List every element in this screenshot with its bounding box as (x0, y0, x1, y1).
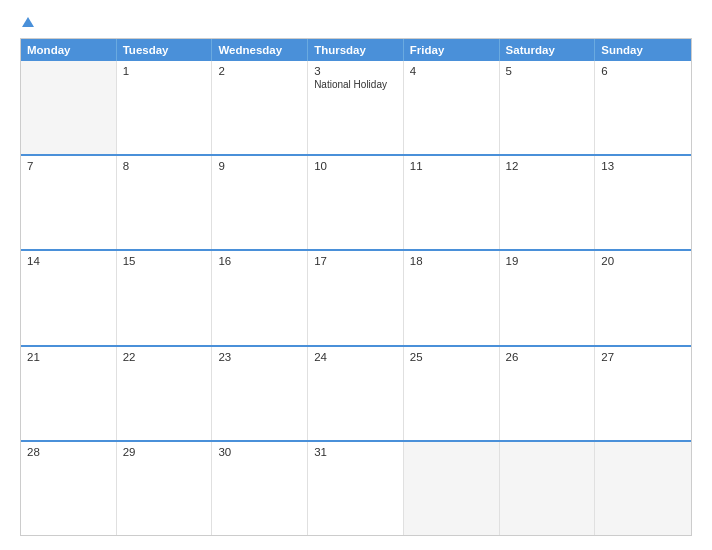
header-wednesday: Wednesday (212, 39, 308, 61)
cal-cell-w3-d7: 20 (595, 251, 691, 344)
cal-cell-w1-d2: 1 (117, 61, 213, 154)
cal-cell-w5-d1: 28 (21, 442, 117, 535)
cal-cell-w1-d7: 6 (595, 61, 691, 154)
day-number: 20 (601, 255, 685, 267)
day-number: 25 (410, 351, 493, 363)
day-number: 28 (27, 446, 110, 458)
cal-cell-w3-d6: 19 (500, 251, 596, 344)
day-number: 8 (123, 160, 206, 172)
cal-cell-w1-d5: 4 (404, 61, 500, 154)
header-tuesday: Tuesday (117, 39, 213, 61)
cal-cell-w3-d5: 18 (404, 251, 500, 344)
event-label: National Holiday (314, 79, 397, 90)
cal-cell-w5-d7 (595, 442, 691, 535)
logo (20, 18, 34, 28)
cal-cell-w3-d1: 14 (21, 251, 117, 344)
day-number: 26 (506, 351, 589, 363)
cal-cell-w2-d4: 10 (308, 156, 404, 249)
cal-cell-w4-d3: 23 (212, 347, 308, 440)
day-number: 10 (314, 160, 397, 172)
day-number: 19 (506, 255, 589, 267)
cal-cell-w2-d2: 8 (117, 156, 213, 249)
week-row-2: 78910111213 (21, 154, 691, 249)
cal-cell-w2-d6: 12 (500, 156, 596, 249)
cal-cell-w4-d5: 25 (404, 347, 500, 440)
cal-cell-w1-d4: 3National Holiday (308, 61, 404, 154)
header-sunday: Sunday (595, 39, 691, 61)
day-number: 3 (314, 65, 397, 77)
day-number: 2 (218, 65, 301, 77)
cal-cell-w4-d6: 26 (500, 347, 596, 440)
cal-cell-w4-d7: 27 (595, 347, 691, 440)
cal-cell-w5-d2: 29 (117, 442, 213, 535)
day-number: 7 (27, 160, 110, 172)
cal-cell-w3-d4: 17 (308, 251, 404, 344)
day-number: 11 (410, 160, 493, 172)
day-number: 18 (410, 255, 493, 267)
day-number: 12 (506, 160, 589, 172)
header-saturday: Saturday (500, 39, 596, 61)
cal-cell-w2-d5: 11 (404, 156, 500, 249)
cal-cell-w5-d4: 31 (308, 442, 404, 535)
day-number: 4 (410, 65, 493, 77)
day-number: 27 (601, 351, 685, 363)
cal-cell-w4-d1: 21 (21, 347, 117, 440)
week-row-4: 21222324252627 (21, 345, 691, 440)
cal-cell-w3-d3: 16 (212, 251, 308, 344)
week-row-1: 123National Holiday456 (21, 61, 691, 154)
cal-cell-w4-d4: 24 (308, 347, 404, 440)
header-monday: Monday (21, 39, 117, 61)
calendar-body: 123National Holiday456789101112131415161… (21, 61, 691, 535)
day-number: 9 (218, 160, 301, 172)
day-number: 17 (314, 255, 397, 267)
header-thursday: Thursday (308, 39, 404, 61)
day-number: 29 (123, 446, 206, 458)
calendar-header: Monday Tuesday Wednesday Thursday Friday… (21, 39, 691, 61)
day-number: 13 (601, 160, 685, 172)
calendar: Monday Tuesday Wednesday Thursday Friday… (20, 38, 692, 536)
header-friday: Friday (404, 39, 500, 61)
cal-cell-w1-d3: 2 (212, 61, 308, 154)
page: Monday Tuesday Wednesday Thursday Friday… (0, 0, 712, 550)
cal-cell-w2-d3: 9 (212, 156, 308, 249)
day-number: 21 (27, 351, 110, 363)
day-number: 22 (123, 351, 206, 363)
day-number: 15 (123, 255, 206, 267)
day-number: 30 (218, 446, 301, 458)
logo-triangle-icon (22, 17, 34, 27)
day-number: 14 (27, 255, 110, 267)
day-number: 23 (218, 351, 301, 363)
day-number: 1 (123, 65, 206, 77)
cal-cell-w2-d7: 13 (595, 156, 691, 249)
cal-cell-w5-d5 (404, 442, 500, 535)
header (20, 18, 692, 28)
cal-cell-w1-d1 (21, 61, 117, 154)
week-row-5: 28293031 (21, 440, 691, 535)
week-row-3: 14151617181920 (21, 249, 691, 344)
cal-cell-w5-d3: 30 (212, 442, 308, 535)
day-number: 6 (601, 65, 685, 77)
day-number: 31 (314, 446, 397, 458)
day-number: 5 (506, 65, 589, 77)
day-number: 16 (218, 255, 301, 267)
cal-cell-w5-d6 (500, 442, 596, 535)
cal-cell-w3-d2: 15 (117, 251, 213, 344)
cal-cell-w4-d2: 22 (117, 347, 213, 440)
day-number: 24 (314, 351, 397, 363)
cal-cell-w2-d1: 7 (21, 156, 117, 249)
cal-cell-w1-d6: 5 (500, 61, 596, 154)
